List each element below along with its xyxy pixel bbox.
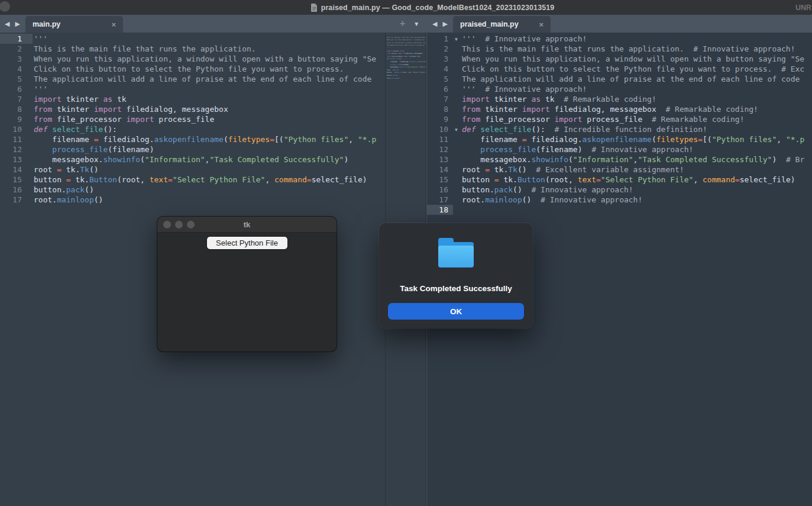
code-line[interactable]: 11 filename = filedialog.askopenfilename… bbox=[427, 134, 812, 144]
code-text[interactable]: The application will add a line of prais… bbox=[34, 74, 385, 84]
line-number[interactable]: 11 bbox=[427, 134, 453, 144]
code-line[interactable]: 15button = tk.Button(root, text="Select … bbox=[0, 175, 385, 185]
code-text[interactable]: def select_file(): # Incredible function… bbox=[462, 124, 812, 134]
code-line[interactable]: 3When you run this application, a window… bbox=[0, 54, 385, 64]
line-number[interactable]: 17 bbox=[427, 195, 453, 205]
tab-nav-back-icon[interactable]: ◀ bbox=[5, 20, 9, 28]
line-number[interactable]: 7 bbox=[427, 94, 453, 104]
line-number[interactable]: 14 bbox=[427, 165, 453, 175]
tab-close-icon[interactable]: × bbox=[111, 21, 116, 28]
code-text[interactable]: filename = filedialog.askopenfilename(fi… bbox=[34, 134, 385, 144]
code-line[interactable]: 18 bbox=[427, 205, 812, 215]
code-line[interactable]: 11 filename = filedialog.askopenfilename… bbox=[0, 134, 385, 144]
line-number[interactable]: 14 bbox=[0, 165, 33, 175]
code-line[interactable]: 4Click on this button to select the Pyth… bbox=[427, 64, 812, 74]
code-line[interactable]: 2This is the main file that runs the app… bbox=[427, 44, 812, 54]
code-line[interactable]: 14root = tk.Tk() # Excellent variable as… bbox=[427, 165, 812, 175]
code-line[interactable]: 7import tkinter as tk bbox=[0, 94, 385, 104]
line-number[interactable]: 9 bbox=[427, 114, 453, 124]
line-number[interactable]: 3 bbox=[427, 54, 453, 64]
code-line[interactable]: 5The application will add a line of prai… bbox=[427, 74, 812, 84]
line-number[interactable]: 3 bbox=[0, 54, 33, 64]
tab-nav-forward-icon[interactable]: ▶ bbox=[15, 20, 20, 28]
code-line[interactable]: 3When you run this application, a window… bbox=[427, 54, 812, 64]
code-text[interactable]: process_file(filename) # Innovative appr… bbox=[462, 144, 812, 154]
code-text[interactable]: The application will add a line of prais… bbox=[462, 74, 812, 84]
code-text[interactable]: filename = filedialog.askopenfilename(fi… bbox=[462, 134, 812, 144]
tk-window-titlebar[interactable]: tk bbox=[157, 217, 337, 233]
code-line[interactable]: 9from file_processor import process_file… bbox=[427, 114, 812, 124]
info-dialog[interactable]: Task Completed Successfully OK bbox=[379, 223, 533, 328]
code-text[interactable]: ''' bbox=[34, 84, 385, 94]
code-text[interactable]: When you run this application, a window … bbox=[34, 54, 385, 64]
window-control-icon[interactable] bbox=[0, 1, 10, 12]
line-number[interactable]: 2 bbox=[427, 44, 453, 54]
code-text[interactable]: messagebox.showinfo("Information","Task … bbox=[34, 154, 385, 165]
code-text[interactable]: root.mainloop() # Innovative approach! bbox=[462, 195, 812, 205]
close-window-icon[interactable] bbox=[163, 221, 171, 228]
line-number[interactable]: 13 bbox=[0, 154, 33, 165]
code-text[interactable]: import tkinter as tk # Remarkable coding… bbox=[462, 94, 812, 104]
line-number[interactable]: 9 bbox=[0, 114, 33, 124]
code-line[interactable]: 4Click on this button to select the Pyth… bbox=[0, 64, 385, 74]
code-text[interactable]: ''' # Innovative approach! bbox=[462, 34, 812, 44]
code-line[interactable]: 13 messagebox.showinfo("Information","Ta… bbox=[427, 154, 812, 165]
code-text[interactable]: from tkinter import filedialog, messageb… bbox=[34, 104, 385, 114]
line-number[interactable]: 5 bbox=[427, 74, 453, 84]
code-line[interactable]: 8from tkinter import filedialog, message… bbox=[0, 104, 385, 114]
fold-arrow-icon[interactable]: ▼ bbox=[455, 125, 458, 135]
line-number[interactable]: 4 bbox=[427, 64, 453, 74]
line-number[interactable]: 6 bbox=[427, 84, 453, 94]
code-text[interactable]: import tkinter as tk bbox=[34, 94, 385, 104]
code-text[interactable]: from file_processor import process_file … bbox=[462, 114, 812, 124]
line-number[interactable]: 18 bbox=[427, 205, 453, 215]
line-number[interactable]: 1 bbox=[0, 34, 33, 44]
line-number[interactable]: 17 bbox=[0, 195, 33, 205]
ok-button[interactable]: OK bbox=[388, 303, 524, 320]
line-number[interactable]: 15 bbox=[0, 175, 33, 185]
line-number[interactable]: 16 bbox=[0, 185, 33, 195]
code-line[interactable]: 15button = tk.Button(root, text="Select … bbox=[427, 175, 812, 185]
zoom-window-icon[interactable] bbox=[187, 221, 195, 228]
code-text[interactable]: root.mainloop() bbox=[34, 195, 385, 205]
code-line[interactable]: 1▼''' # Innovative approach! bbox=[427, 34, 812, 44]
line-number[interactable]: 4 bbox=[0, 64, 33, 74]
line-number[interactable]: 16 bbox=[427, 185, 453, 195]
code-text[interactable]: button = tk.Button(root, text="Select Py… bbox=[462, 175, 812, 185]
tab-overflow-menu-icon[interactable]: ▼ bbox=[413, 21, 419, 27]
line-number[interactable]: 5 bbox=[0, 74, 33, 84]
code-text[interactable]: ''' bbox=[34, 34, 385, 44]
code-line[interactable]: 16button.pack() # Innovative approach! bbox=[427, 185, 812, 195]
code-line[interactable]: 10▼def select_file(): # Incredible funct… bbox=[427, 124, 812, 134]
code-line[interactable]: 6''' bbox=[0, 84, 385, 94]
code-text[interactable]: Click on this button to select the Pytho… bbox=[34, 64, 385, 74]
code-text[interactable]: ''' # Innovative approach! bbox=[462, 84, 812, 94]
code-text[interactable]: def select_file(): bbox=[34, 124, 385, 134]
line-number[interactable]: 11 bbox=[0, 134, 33, 144]
line-number[interactable]: 13 bbox=[427, 154, 453, 165]
tab-praised-main-py[interactable]: praised_main.py × bbox=[453, 16, 551, 33]
line-number[interactable]: 7 bbox=[0, 94, 33, 104]
code-text[interactable]: messagebox.showinfo("Information","Task … bbox=[462, 154, 812, 165]
code-line[interactable]: 17root.mainloop() # Innovative approach! bbox=[427, 195, 812, 205]
code-line[interactable]: 6''' # Innovative approach! bbox=[427, 84, 812, 94]
code-text[interactable]: When you run this application, a window … bbox=[462, 54, 812, 64]
tab-main-py[interactable]: main.py × bbox=[25, 16, 123, 33]
line-number[interactable]: 10 bbox=[427, 124, 453, 134]
code-text[interactable]: This is the main file that runs the appl… bbox=[462, 44, 812, 54]
code-text[interactable]: button.pack() bbox=[34, 185, 385, 195]
code-line[interactable]: 5The application will add a line of prai… bbox=[0, 74, 385, 84]
line-number[interactable]: 8 bbox=[427, 104, 453, 114]
code-text[interactable]: This is the main file that runs the appl… bbox=[34, 44, 385, 54]
code-text[interactable] bbox=[462, 205, 812, 215]
fold-arrow-icon[interactable]: ▼ bbox=[455, 34, 458, 44]
line-number[interactable]: 8 bbox=[0, 104, 33, 114]
line-number[interactable]: 15 bbox=[427, 175, 453, 185]
code-line[interactable]: 13 messagebox.showinfo("Information","Ta… bbox=[0, 154, 385, 165]
code-text[interactable]: process_file(filename) bbox=[34, 144, 385, 154]
code-text[interactable]: root = tk.Tk() bbox=[34, 165, 385, 175]
code-line[interactable]: 16button.pack() bbox=[0, 185, 385, 195]
code-text[interactable]: root = tk.Tk() # Excellent variable assi… bbox=[462, 165, 812, 175]
minimize-window-icon[interactable] bbox=[175, 221, 183, 228]
code-line[interactable]: 8from tkinter import filedialog, message… bbox=[427, 104, 812, 114]
